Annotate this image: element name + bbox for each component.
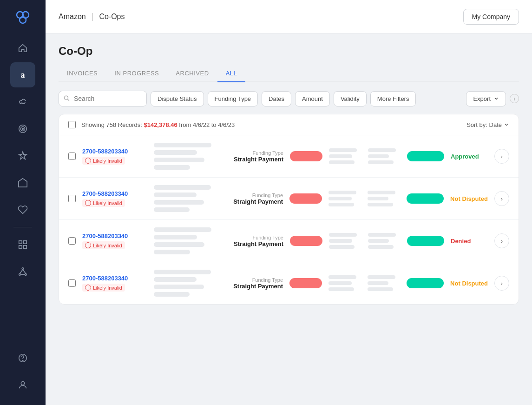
skel-line: [368, 245, 394, 249]
sort-control[interactable]: Sort by: Date: [466, 121, 509, 128]
teal-status-pill: [407, 151, 444, 161]
skel-line: [328, 197, 352, 200]
skel-group-2: [368, 191, 400, 206]
table-row: 2700-588203340 i Likely Invalid Funding …: [59, 135, 519, 178]
skel-line: [154, 292, 190, 297]
sidebar-item-homedepot[interactable]: [10, 170, 35, 195]
breadcrumb-coops: Co-Ops: [99, 13, 125, 21]
status-text: Approved: [451, 153, 488, 160]
skel-line: [154, 150, 197, 155]
sidebar-item-home[interactable]: [10, 35, 35, 60]
row-checkbox[interactable]: [68, 237, 76, 245]
sidebar-item-amazon[interactable]: a: [10, 62, 35, 87]
tabs-container: INVOICES IN PROGRESS ARCHIVED ALL: [59, 65, 519, 82]
table-row: 2700-588203340 i Likely Invalid Funding …: [59, 262, 519, 304]
sidebar-item-help[interactable]: [10, 345, 35, 371]
info-icon[interactable]: i: [510, 94, 519, 103]
invoice-table: Showing 758 Records: $142,378.46 from 4/…: [59, 114, 519, 305]
skel-group-1: [329, 233, 361, 249]
tab-archived[interactable]: ARCHIVED: [167, 65, 217, 82]
funding-type-filter[interactable]: Funding Type: [208, 91, 258, 106]
records-summary: Showing 758 Records: $142,378.46 from 4/…: [81, 121, 235, 128]
sidebar-item-grid[interactable]: [10, 232, 35, 257]
sidebar: a: [0, 0, 46, 405]
skel-group-1: [329, 148, 361, 164]
skel-line: [368, 233, 396, 237]
records-summary-row: Showing 758 Records: $142,378.46 from 4/…: [59, 114, 519, 135]
topbar-right: My Company: [463, 9, 519, 25]
svg-line-21: [68, 99, 69, 100]
export-button[interactable]: Export: [466, 91, 506, 106]
invoice-id[interactable]: 2700-588203340: [82, 275, 147, 282]
skel-line: [368, 160, 394, 164]
dates-filter[interactable]: Dates: [262, 91, 291, 106]
main-content: Amazon | Co-Ops My Company Co-Op INVOICE…: [46, 0, 532, 405]
row-expand-button[interactable]: ›: [494, 233, 509, 248]
search-wrapper: [59, 91, 147, 106]
sidebar-item-network[interactable]: [10, 259, 35, 284]
invoice-id[interactable]: 2700-588203340: [82, 190, 147, 197]
skel-line: [154, 165, 190, 170]
skel-line: [328, 191, 356, 194]
sidebar-item-spark[interactable]: [10, 143, 35, 168]
row-expand-button[interactable]: ›: [494, 191, 509, 206]
validity-filter[interactable]: Validity: [334, 91, 367, 106]
funding-type-col: Funding Type Straight Payment: [232, 235, 283, 247]
skel-line: [154, 277, 197, 282]
svg-point-12: [19, 274, 21, 276]
svg-rect-9: [19, 246, 22, 248]
svg-point-5: [22, 128, 24, 130]
svg-marker-6: [19, 179, 27, 187]
funding-type-col: Funding Type Straight Payment: [232, 193, 283, 205]
search-input[interactable]: [59, 91, 147, 106]
sidebar-item-handshake[interactable]: [10, 89, 35, 114]
skel-line: [368, 154, 389, 158]
sidebar-item-target[interactable]: [10, 116, 35, 141]
skel-line: [368, 203, 393, 206]
skel-line: [368, 287, 393, 291]
tab-all[interactable]: ALL: [217, 65, 246, 82]
row-expand-button[interactable]: ›: [494, 149, 509, 164]
row-checkbox[interactable]: [68, 279, 76, 287]
skel-line: [328, 275, 356, 279]
skel-line: [368, 281, 388, 285]
skel-line: [329, 148, 357, 152]
tab-in-progress[interactable]: IN PROGRESS: [106, 65, 167, 82]
likely-invalid-badge: i Likely Invalid: [82, 241, 125, 249]
skel-group-2: [368, 275, 400, 291]
amount-pill: [289, 193, 322, 204]
skel-line: [154, 193, 197, 197]
amount-pill: [289, 278, 322, 288]
more-filters-button[interactable]: More Filters: [370, 91, 416, 106]
svg-point-19: [21, 382, 24, 385]
row-checkbox[interactable]: [68, 153, 76, 160]
funding-label: Funding Type: [232, 150, 283, 156]
funding-value: Straight Payment: [232, 283, 283, 290]
row-checkbox[interactable]: [68, 195, 76, 202]
amount-filter[interactable]: Amount: [295, 91, 330, 106]
amount-pill: [290, 236, 322, 246]
invoice-id[interactable]: 2700-588203340: [82, 232, 147, 239]
invoice-id[interactable]: 2700-588203340: [82, 148, 147, 155]
filter-bar-right: Export i: [466, 91, 519, 106]
row-expand-button[interactable]: ›: [494, 276, 509, 291]
status-text: Denied: [451, 238, 488, 245]
svg-point-20: [64, 96, 68, 100]
skel-line: [154, 143, 211, 147]
likely-invalid-badge: i Likely Invalid: [82, 284, 125, 292]
dispute-status-filter[interactable]: Dispute Status: [151, 91, 204, 106]
skel-line: [329, 233, 357, 237]
select-all-checkbox[interactable]: [68, 121, 76, 128]
funding-type-col: Funding Type Straight Payment: [232, 150, 283, 163]
amount-pill: [290, 151, 322, 161]
page-title: Co-Op: [59, 45, 519, 58]
skel-line: [154, 242, 204, 247]
tab-invoices[interactable]: INVOICES: [59, 65, 106, 82]
my-company-button[interactable]: My Company: [463, 9, 519, 25]
skel-line: [154, 158, 204, 162]
skel-line: [368, 275, 395, 279]
sidebar-item-heart[interactable]: [10, 197, 35, 222]
sidebar-item-user[interactable]: [10, 372, 35, 398]
funding-type-col: Funding Type Straight Payment: [232, 277, 283, 290]
svg-point-18: [22, 360, 23, 361]
